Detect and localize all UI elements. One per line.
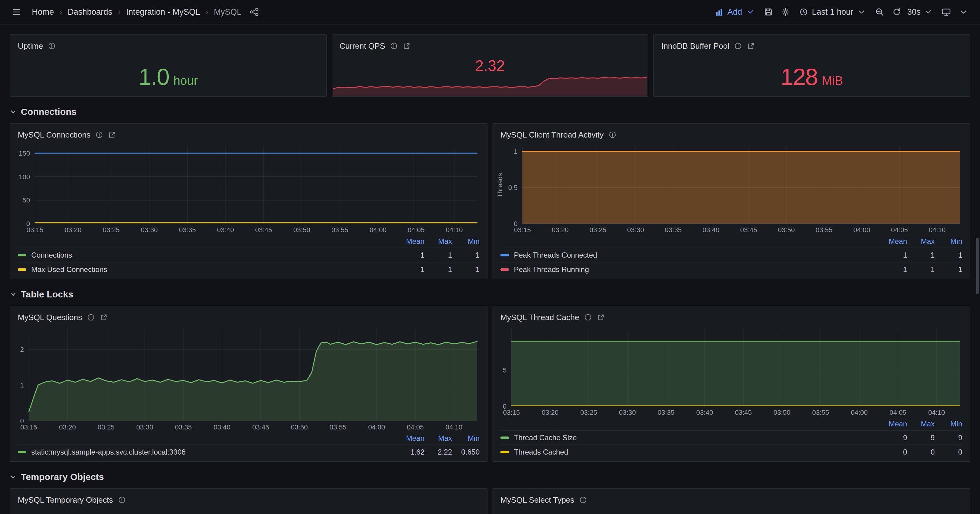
svg-text:03:30: 03:30 bbox=[136, 423, 153, 431]
panel-header[interactable]: Uptime bbox=[10, 35, 326, 52]
dashboard-content: Uptime 1.0 hour Current QPS 2.32 InnoDB … bbox=[0, 24, 980, 514]
external-link-icon[interactable] bbox=[108, 131, 116, 139]
zoom-out-time-button[interactable] bbox=[872, 4, 888, 20]
mysql-client-thread-activity-panel: MySQL Client Thread Activity 00.5103:150… bbox=[492, 123, 970, 279]
legend-header-mean[interactable]: Mean bbox=[397, 434, 425, 442]
legend-header-mean[interactable]: Mean bbox=[880, 237, 907, 246]
tv-mode-button[interactable] bbox=[939, 4, 954, 20]
refresh-interval-picker[interactable]: 30s bbox=[906, 5, 937, 19]
series-label[interactable]: Peak Threads Connected bbox=[514, 251, 880, 259]
svg-text:03:15: 03:15 bbox=[514, 226, 531, 234]
info-icon[interactable] bbox=[390, 42, 398, 50]
svg-text:04:05: 04:05 bbox=[407, 226, 425, 234]
chevron-down-icon bbox=[959, 7, 968, 17]
svg-text:03:20: 03:20 bbox=[542, 409, 558, 416]
innodb-buffer-pool-panel: InnoDB Buffer Pool 128 MiB bbox=[653, 34, 970, 97]
legend-row: Max Used Connections 1 1 1 bbox=[18, 262, 480, 276]
legend-header-max[interactable]: Max bbox=[425, 434, 452, 442]
svg-text:04:10: 04:10 bbox=[445, 423, 463, 431]
innodb-unit: MiB bbox=[822, 74, 843, 88]
legend-header-max[interactable]: Max bbox=[907, 237, 935, 246]
external-link-icon[interactable] bbox=[597, 313, 605, 321]
series-label[interactable]: Peak Threads Running bbox=[514, 265, 880, 274]
mysql-temporary-objects-panel: MySQL Temporary Objects bbox=[10, 488, 488, 514]
breadcrumb-dashboards[interactable]: Dashboards bbox=[68, 7, 112, 17]
panel-header[interactable]: Current QPS bbox=[332, 35, 648, 52]
panel-header[interactable]: MySQL Client Thread Activity bbox=[493, 124, 970, 141]
legend-header-mean[interactable]: Mean bbox=[880, 420, 907, 428]
legend: Mean Max Min Peak Threads Connected 1 1 … bbox=[493, 235, 970, 276]
mysql-thread-cache-chart[interactable]: 0503:1503:2003:2503:3003:3503:4003:4503:… bbox=[495, 326, 966, 418]
info-icon[interactable] bbox=[118, 496, 126, 504]
series-min: 9 bbox=[935, 433, 962, 442]
dashboard-settings-button[interactable] bbox=[778, 4, 794, 20]
series-label[interactable]: Max Used Connections bbox=[31, 265, 397, 274]
legend-header-mean[interactable]: Mean bbox=[397, 237, 425, 246]
panel-header[interactable]: MySQL Thread Cache bbox=[493, 306, 970, 323]
series-label[interactable]: Threads Cached bbox=[514, 448, 880, 457]
section-table-locks[interactable]: Table Locks bbox=[10, 289, 970, 299]
legend-header-max[interactable]: Max bbox=[907, 420, 935, 428]
series-swatch bbox=[500, 436, 509, 439]
svg-text:04:00: 04:00 bbox=[853, 226, 870, 234]
legend-header: Mean Max Min bbox=[18, 432, 480, 444]
panel-header[interactable]: MySQL Select Types bbox=[493, 489, 970, 506]
share-button[interactable] bbox=[246, 4, 262, 20]
series-label[interactable]: Thread Cache Size bbox=[514, 433, 880, 442]
svg-text:0.5: 0.5 bbox=[508, 184, 517, 191]
series-label[interactable]: static:mysql.sample-apps.svc.cluster.loc… bbox=[31, 448, 397, 457]
breadcrumb-home[interactable]: Home bbox=[32, 7, 54, 17]
svg-text:Threads: Threads bbox=[496, 173, 504, 198]
series-min: 1 bbox=[935, 251, 962, 259]
mysql-connections-chart[interactable]: 05010015003:1503:2003:2503:3003:3503:400… bbox=[13, 143, 483, 235]
svg-text:04:00: 04:00 bbox=[851, 409, 868, 416]
legend-header-max[interactable]: Max bbox=[425, 237, 452, 246]
info-icon[interactable] bbox=[95, 131, 103, 139]
panel-header[interactable]: InnoDB Buffer Pool bbox=[654, 35, 970, 52]
info-icon[interactable] bbox=[579, 496, 587, 504]
legend-header-min[interactable]: Min bbox=[935, 420, 962, 428]
legend-row: Peak Threads Running 1 1 1 bbox=[500, 262, 962, 276]
breadcrumb-current[interactable]: MySQL bbox=[214, 7, 241, 17]
panel-header[interactable]: MySQL Temporary Objects bbox=[10, 489, 487, 506]
add-button[interactable]: Add bbox=[710, 5, 759, 19]
info-icon[interactable] bbox=[48, 42, 56, 50]
section-temporary-objects[interactable]: Temporary Objects bbox=[10, 472, 970, 482]
mysql-client-thread-activity-chart[interactable]: 00.5103:1503:2003:2503:3003:3503:4003:45… bbox=[495, 143, 966, 235]
section-connections[interactable]: Connections bbox=[10, 107, 970, 117]
breadcrumb-integration-mysql[interactable]: Integration - MySQL bbox=[126, 7, 200, 17]
svg-text:04:05: 04:05 bbox=[889, 409, 906, 416]
legend-header-min[interactable]: Min bbox=[935, 237, 962, 246]
section-title: Table Locks bbox=[21, 289, 73, 299]
series-label[interactable]: Connections bbox=[31, 251, 397, 259]
refresh-button[interactable] bbox=[889, 4, 905, 20]
svg-text:03:55: 03:55 bbox=[816, 226, 832, 234]
info-icon[interactable] bbox=[609, 131, 616, 139]
info-icon[interactable] bbox=[584, 313, 592, 321]
external-link-icon[interactable] bbox=[403, 42, 411, 50]
breadcrumb-separator: › bbox=[59, 7, 62, 17]
mysql-questions-chart[interactable]: 01203:1503:2003:2503:3003:3503:4003:4503… bbox=[13, 326, 483, 432]
series-min: 1 bbox=[452, 251, 480, 259]
menu-button[interactable] bbox=[9, 4, 24, 20]
external-link-icon[interactable] bbox=[747, 42, 755, 50]
series-max: 9 bbox=[907, 433, 935, 442]
series-mean: 1.62 bbox=[397, 448, 425, 457]
time-range-picker[interactable]: Last 1 hour bbox=[795, 5, 870, 19]
legend-header-min[interactable]: Min bbox=[452, 237, 480, 246]
info-icon[interactable] bbox=[87, 313, 95, 321]
scrollbar-thumb[interactable] bbox=[976, 238, 979, 294]
breadcrumb-separator: › bbox=[118, 7, 121, 17]
panel-header[interactable]: MySQL Connections bbox=[10, 124, 487, 141]
external-link-icon[interactable] bbox=[100, 313, 108, 321]
svg-text:03:15: 03:15 bbox=[26, 226, 43, 234]
info-icon[interactable] bbox=[734, 42, 742, 50]
save-dashboard-button[interactable] bbox=[760, 4, 776, 20]
svg-text:03:30: 03:30 bbox=[141, 226, 158, 234]
panel-title: MySQL Questions bbox=[18, 313, 82, 322]
panel-header[interactable]: MySQL Questions bbox=[10, 306, 487, 323]
svg-text:03:35: 03:35 bbox=[175, 423, 192, 431]
toolbar-collapse-button[interactable] bbox=[956, 4, 971, 20]
svg-text:03:25: 03:25 bbox=[98, 423, 115, 431]
legend-header-min[interactable]: Min bbox=[452, 434, 480, 442]
